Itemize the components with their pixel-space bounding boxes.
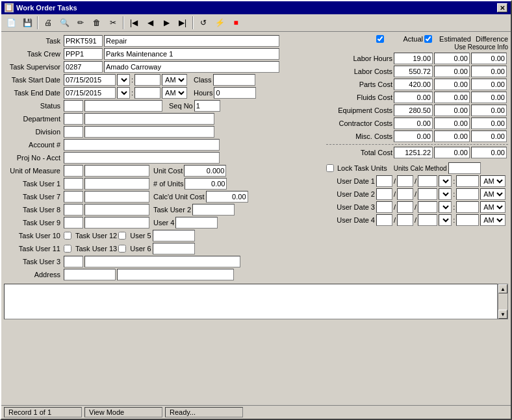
misc-costs-diff[interactable] xyxy=(471,130,507,142)
user-date1-month[interactable] xyxy=(376,175,392,187)
user4-input[interactable] xyxy=(175,217,218,229)
total-cost-actual[interactable] xyxy=(394,147,433,158)
user-date3-day[interactable] xyxy=(397,201,413,213)
user-date3-time[interactable] xyxy=(456,201,479,213)
status-code-input[interactable] xyxy=(64,100,83,112)
labor-hours-actual[interactable] xyxy=(394,53,433,64)
last-button[interactable]: ▶| xyxy=(175,16,190,30)
user-date1-day[interactable] xyxy=(397,175,413,187)
user1-code-input[interactable] xyxy=(64,178,83,190)
hours-input[interactable] xyxy=(214,87,256,99)
user-date2-day[interactable] xyxy=(397,188,413,200)
parts-cost-est[interactable] xyxy=(434,79,470,90)
edit-button[interactable]: ✏ xyxy=(73,16,88,30)
misc-costs-est[interactable] xyxy=(434,130,470,142)
user9-code-input[interactable] xyxy=(64,217,83,229)
user-date4-ampm[interactable]: AMPM xyxy=(480,214,506,226)
stop-button[interactable]: ■ xyxy=(228,16,244,30)
user-date1-time[interactable] xyxy=(456,175,479,187)
account-input[interactable] xyxy=(64,139,220,151)
task-id-input[interactable] xyxy=(64,35,103,47)
division-code-input[interactable] xyxy=(64,126,83,138)
scroll-down-button[interactable]: ▼ xyxy=(498,310,507,319)
user-date4-select[interactable]: ▼ xyxy=(439,214,452,226)
address-desc-input[interactable] xyxy=(117,269,234,280)
user-date4-year[interactable] xyxy=(418,214,437,226)
user11-checkbox[interactable] xyxy=(64,245,71,253)
misc-costs-actual[interactable] xyxy=(394,130,433,142)
user-date4-day[interactable] xyxy=(397,214,413,226)
labor-costs-actual[interactable] xyxy=(394,66,433,77)
contractor-costs-actual[interactable] xyxy=(394,117,433,129)
user3-desc-input[interactable] xyxy=(84,256,240,267)
total-cost-est[interactable] xyxy=(434,147,470,158)
user13-checkbox[interactable] xyxy=(118,245,126,253)
user8-code-input[interactable] xyxy=(64,204,83,216)
task-start-date-input[interactable] xyxy=(64,74,116,86)
seq-no-input[interactable] xyxy=(194,100,220,112)
prev-button[interactable]: ◀ xyxy=(142,16,158,30)
uom-desc-input[interactable] xyxy=(84,165,149,177)
delete-button[interactable]: 🗑 xyxy=(89,16,105,30)
fluids-cost-diff[interactable] xyxy=(471,92,507,103)
labor-hours-diff[interactable] xyxy=(471,53,507,64)
task-end-ampm-select[interactable]: AMPM xyxy=(162,87,187,99)
fluids-cost-actual[interactable] xyxy=(394,92,433,103)
user-date2-month[interactable] xyxy=(376,188,392,200)
user-date1-select[interactable]: ▼ xyxy=(439,175,452,187)
estimated-checkbox[interactable] xyxy=(424,35,432,43)
scroll-up-button[interactable]: ▲ xyxy=(498,284,507,293)
task-crew-input[interactable] xyxy=(64,48,103,60)
fluids-cost-est[interactable] xyxy=(434,92,470,103)
status-desc-input[interactable] xyxy=(84,100,162,112)
close-button[interactable]: ✕ xyxy=(497,3,507,12)
task-start-ampm-select[interactable]: AMPM xyxy=(162,74,187,86)
user-date3-ampm[interactable]: AMPM xyxy=(480,201,506,213)
task-end-date-select[interactable]: ▼ xyxy=(117,87,130,99)
num-units-input[interactable] xyxy=(185,178,227,190)
print-button[interactable]: 🖨 xyxy=(40,16,56,30)
user-date2-ampm[interactable]: AMPM xyxy=(480,188,506,200)
next-button[interactable]: ▶ xyxy=(159,16,174,30)
labor-costs-est[interactable] xyxy=(434,66,470,77)
task-end-time-input[interactable] xyxy=(134,87,160,99)
user5-input[interactable] xyxy=(153,230,195,241)
unit-cost-input[interactable] xyxy=(184,165,226,177)
equipment-costs-est[interactable] xyxy=(434,105,470,116)
units-calc-method-input[interactable] xyxy=(448,162,481,174)
total-cost-diff[interactable] xyxy=(471,147,507,158)
user-date2-year[interactable] xyxy=(418,188,437,200)
contractor-costs-diff[interactable] xyxy=(471,117,507,129)
task-start-date-select[interactable]: ▼ xyxy=(117,74,130,86)
task-supervisor-name-input[interactable] xyxy=(104,61,279,73)
cut-button[interactable]: ✂ xyxy=(105,16,121,30)
query-button[interactable]: ⚡ xyxy=(212,16,227,30)
dept-desc-input[interactable] xyxy=(84,113,214,125)
find-button[interactable]: 🔍 xyxy=(57,16,72,30)
refresh-button[interactable]: ↺ xyxy=(196,16,211,30)
user1-desc-input[interactable] xyxy=(84,178,149,190)
task-start-time-input[interactable] xyxy=(134,74,160,86)
labor-costs-diff[interactable] xyxy=(471,66,507,77)
user-date4-month[interactable] xyxy=(376,214,392,226)
parts-cost-actual[interactable] xyxy=(394,79,433,90)
address-code-input[interactable] xyxy=(64,269,116,280)
class-input[interactable] xyxy=(213,74,255,86)
user-date3-month[interactable] xyxy=(376,201,392,213)
user9-desc-input[interactable] xyxy=(84,217,149,229)
task-end-date-input[interactable] xyxy=(64,87,116,99)
save-button[interactable]: 💾 xyxy=(19,16,35,30)
uom-code-input[interactable] xyxy=(64,165,83,177)
user7-code-input[interactable] xyxy=(64,191,83,203)
user-date3-select[interactable]: ▼ xyxy=(439,201,452,213)
lock-task-units-checkbox[interactable] xyxy=(326,164,334,172)
user8-desc-input[interactable] xyxy=(84,204,149,216)
parts-cost-diff[interactable] xyxy=(471,79,507,90)
notes-textarea[interactable] xyxy=(4,284,498,319)
task-user2-input[interactable] xyxy=(192,204,235,216)
new-button[interactable]: 📄 xyxy=(3,16,19,30)
user-date4-time[interactable] xyxy=(456,214,479,226)
user12-checkbox[interactable] xyxy=(118,232,126,240)
user-date2-time[interactable] xyxy=(456,188,479,200)
user7-desc-input[interactable] xyxy=(84,191,149,203)
